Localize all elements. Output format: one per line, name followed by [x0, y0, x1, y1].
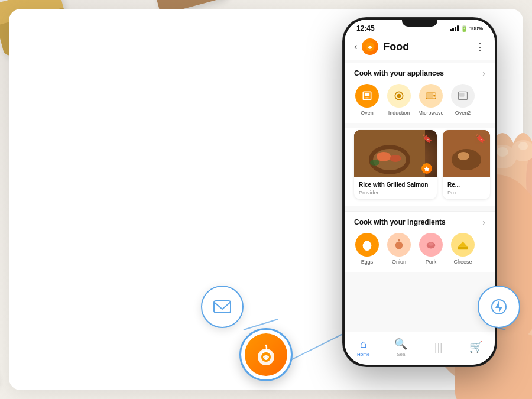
onion-icon	[387, 233, 411, 257]
recipe-card-1[interactable]: 🔖 Rice with Grilled Salmon Provider	[354, 130, 437, 199]
cheese-label: Cheese	[453, 259, 472, 265]
cook-ingredients-header[interactable]: Cook with your ingredients ›	[345, 212, 495, 231]
svg-marker-38	[495, 301, 502, 313]
cook-appliances-section: Cook with your appliances › Oven	[345, 63, 495, 123]
message-circle-icon[interactable]	[201, 286, 244, 328]
svg-point-30	[363, 241, 372, 251]
nav-cart[interactable]: 🛒	[458, 340, 495, 355]
search-nav-icon: 🔍	[394, 338, 407, 351]
svg-point-14	[397, 94, 401, 98]
svg-point-23	[377, 152, 391, 161]
recipe-provider-2: Pro...	[447, 190, 485, 196]
recipe-provider-1: Provider	[359, 190, 432, 196]
battery-icon: 🔋	[460, 25, 468, 32]
induction-label: Induction	[388, 110, 410, 116]
home-nav-icon: ⌂	[360, 338, 366, 351]
cheese-icon	[451, 233, 475, 257]
home-nav-label: Home	[357, 352, 369, 357]
header-left: ‹ Food	[354, 38, 409, 55]
recipe-info-1: Rice with Grilled Salmon Provider	[354, 177, 437, 199]
svg-point-29	[458, 152, 469, 160]
recipe-name-1: Rice with Grilled Salmon	[359, 181, 432, 189]
appliance-oven2[interactable]: Oven2	[450, 84, 476, 116]
nav-home[interactable]: ⌂ Home	[345, 338, 382, 357]
bookmark-icon-2[interactable]: 🔖	[475, 134, 485, 143]
svg-point-26	[370, 160, 379, 166]
cook-ingredients-arrow: ›	[482, 218, 485, 227]
search-nav-label: Sea	[397, 352, 405, 357]
appliance-induction[interactable]: Induction	[386, 84, 412, 116]
ingredient-row: Eggs Onion Pork	[345, 231, 495, 272]
microwave-icon	[419, 84, 443, 108]
svg-point-17	[433, 95, 435, 96]
phone-notch	[402, 20, 437, 27]
pork-icon	[419, 233, 443, 257]
app-icon	[362, 38, 378, 55]
phone-body: 12:45 🔋 100% ‹	[343, 18, 497, 366]
oven2-label: Oven2	[455, 110, 471, 116]
bottom-nav: ⌂ Home 🔍 Sea ||| 🛒	[345, 332, 495, 365]
appliance-oven[interactable]: Oven	[354, 84, 380, 116]
ingredient-onion[interactable]: Onion	[386, 233, 412, 265]
central-food-logo[interactable]	[239, 328, 293, 381]
svg-point-10	[518, 142, 528, 150]
recipe-badge-1	[421, 163, 432, 174]
oven-icon	[355, 84, 379, 108]
svg-point-33	[428, 242, 433, 246]
microwave-label: Microwave	[418, 110, 443, 116]
cook-appliances-title: Cook with your appliances	[354, 69, 444, 77]
svg-marker-34	[458, 242, 468, 247]
svg-point-41	[264, 356, 268, 360]
appliance-row: Oven Induction Microwave	[345, 82, 495, 123]
eggs-label: Eggs	[361, 259, 374, 265]
back-button[interactable]: ‹	[354, 41, 357, 52]
floating-circle-left	[201, 286, 244, 328]
nav-search[interactable]: 🔍 Sea	[382, 338, 420, 357]
nav-center-spacer: |||	[420, 341, 458, 353]
svg-point-31	[395, 242, 403, 249]
svg-rect-35	[458, 247, 468, 250]
svg-point-22	[373, 149, 406, 170]
recipe-section: 🔖 Rice with Grilled Salmon Provider	[345, 128, 495, 206]
bookmark-icon-1[interactable]: 🔖	[422, 134, 432, 143]
app-title: Food	[383, 41, 409, 53]
status-time: 12:45	[356, 24, 375, 33]
svg-point-9	[497, 147, 508, 157]
phone-device: 12:45 🔋 100% ‹	[343, 18, 497, 366]
ingredient-cheese[interactable]: Cheese	[450, 233, 476, 265]
nav-spacer: |||	[434, 341, 443, 353]
pork-label: Pork	[426, 259, 437, 265]
power-circle-icon[interactable]	[478, 286, 520, 328]
oven-label: Oven	[361, 110, 374, 116]
signal-icon	[450, 25, 459, 31]
recipe-name-2: Re...	[447, 181, 485, 189]
oven2-icon	[451, 84, 475, 108]
cart-nav-icon: 🛒	[469, 340, 482, 353]
app-header: ‹ Food ⋮	[345, 35, 495, 60]
svg-rect-36	[214, 301, 231, 313]
svg-rect-19	[459, 93, 464, 97]
appliance-microwave[interactable]: Microwave	[418, 84, 444, 116]
food-app-logo-inner	[245, 333, 287, 376]
phone-screen: 12:45 🔋 100% ‹	[345, 20, 495, 365]
ingredient-eggs[interactable]: Eggs	[354, 233, 380, 265]
battery-text: 100%	[469, 25, 483, 31]
svg-point-24	[390, 155, 401, 162]
induction-icon	[387, 84, 411, 108]
recipe-image-1: 🔖	[354, 130, 437, 177]
svg-rect-16	[427, 93, 434, 98]
eggs-icon	[355, 233, 379, 257]
ingredient-pork[interactable]: Pork	[418, 233, 444, 265]
cook-ingredients-title: Cook with your ingredients	[354, 218, 446, 226]
recipe-image-2: 🔖	[443, 130, 490, 177]
cook-appliances-arrow: ›	[482, 69, 485, 78]
recipe-card-2[interactable]: 🔖 Re... Pro...	[443, 130, 490, 199]
cook-ingredients-section: Cook with your ingredients › Eggs	[345, 212, 495, 272]
recipe-info-2: Re... Pro...	[443, 177, 490, 199]
svg-point-12	[369, 47, 371, 49]
status-icons: 🔋 100%	[450, 25, 483, 32]
cook-appliances-header[interactable]: Cook with your appliances ›	[345, 63, 495, 82]
floating-circle-right	[478, 286, 520, 328]
more-options-button[interactable]: ⋮	[475, 40, 485, 53]
recipe-cards-row: 🔖 Rice with Grilled Salmon Provider	[345, 128, 495, 206]
